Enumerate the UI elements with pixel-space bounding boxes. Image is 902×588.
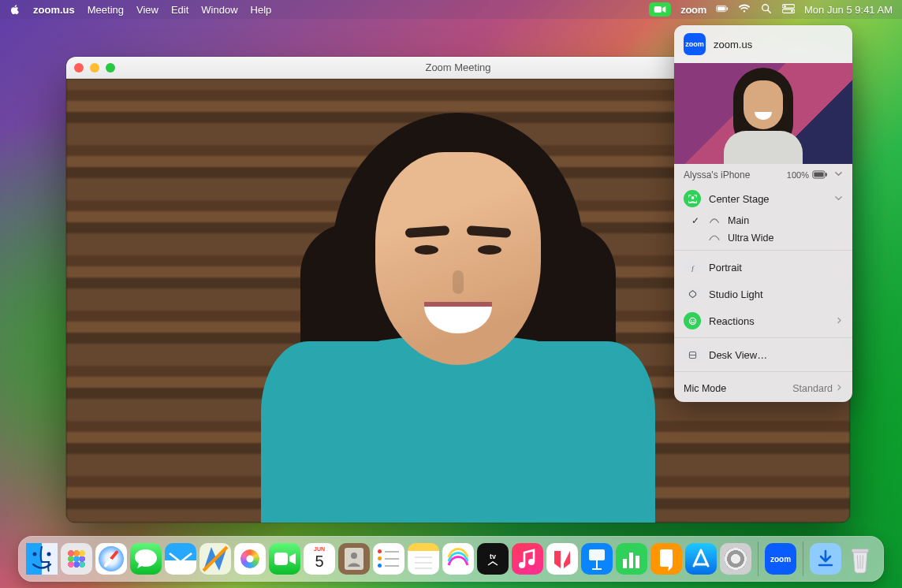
- dock-facetime[interactable]: [269, 543, 300, 575]
- checkmark-icon: ✓: [691, 215, 699, 226]
- apple-menu-icon[interactable]: [9, 4, 20, 15]
- portrait-label: Portrait: [709, 262, 843, 274]
- menu-edit[interactable]: Edit: [171, 4, 188, 16]
- dock-zoom-app[interactable]: zoom: [765, 543, 796, 575]
- window-zoom-button[interactable]: [106, 63, 115, 73]
- mic-mode-value: Standard: [792, 383, 833, 394]
- svg-rect-31: [589, 549, 605, 560]
- svg-rect-11: [814, 172, 823, 177]
- svg-text:tv: tv: [490, 553, 496, 560]
- panel-app-header[interactable]: zoom zoom.us: [674, 25, 852, 63]
- chevron-down-icon: [834, 193, 843, 205]
- menu-help[interactable]: Help: [251, 4, 272, 16]
- dock-separator: [758, 541, 758, 576]
- dock-mail[interactable]: [165, 543, 196, 575]
- dock-music[interactable]: [512, 543, 543, 575]
- dock-separator: [803, 541, 803, 576]
- camera-preview-thumbnail: [674, 63, 852, 164]
- dock-calendar[interactable]: JUN5: [304, 543, 335, 575]
- lens-icon: [709, 234, 720, 242]
- camera-active-indicator[interactable]: [649, 2, 671, 17]
- svg-point-17: [693, 319, 694, 320]
- lens-main-label: Main: [728, 215, 749, 226]
- window-minimize-button[interactable]: [90, 63, 99, 73]
- svg-rect-2: [718, 6, 725, 10]
- app-menu[interactable]: zoom.us: [33, 4, 75, 16]
- mic-mode-label: Mic Mode: [684, 383, 726, 394]
- lens-option-main[interactable]: ✓ Main: [674, 212, 852, 229]
- mic-mode-row[interactable]: Mic Mode Standard: [674, 375, 852, 402]
- dock-tv[interactable]: tv: [477, 543, 509, 575]
- dock-appstore[interactable]: [685, 543, 717, 575]
- window-title: Zoom Meeting: [425, 61, 490, 73]
- svg-rect-0: [654, 6, 662, 13]
- menu-view[interactable]: View: [136, 4, 158, 16]
- dock-finder[interactable]: [26, 543, 58, 575]
- participant-main-video: [237, 81, 679, 523]
- svg-point-30: [528, 559, 535, 565]
- svg-rect-3: [727, 7, 729, 10]
- desk-view-button[interactable]: Desk View…: [674, 341, 852, 368]
- chevron-down-icon[interactable]: [834, 169, 843, 180]
- lens-ultrawide-label: Ultra Wide: [728, 233, 773, 244]
- dock-numbers[interactable]: [616, 543, 647, 575]
- dock-system-settings[interactable]: [720, 543, 751, 575]
- svg-rect-35: [629, 553, 633, 568]
- reactions-icon: [684, 312, 701, 329]
- svg-point-9: [791, 9, 793, 12]
- battery-icon[interactable]: [716, 3, 729, 17]
- window-close-button[interactable]: [74, 63, 84, 73]
- studio-light-icon: [684, 285, 701, 303]
- reactions-toggle[interactable]: Reactions: [674, 307, 852, 334]
- menubar-clock[interactable]: Mon Jun 5 9:41 AM: [804, 4, 893, 16]
- dock-freeform[interactable]: [442, 543, 474, 575]
- svg-point-16: [691, 319, 691, 320]
- device-name-label: Alyssa's iPhone: [684, 169, 781, 180]
- center-stage-toggle[interactable]: Center Stage: [674, 185, 852, 212]
- svg-rect-36: [636, 556, 639, 568]
- studio-light-label: Studio Light: [709, 288, 843, 300]
- reactions-label: Reactions: [709, 315, 828, 327]
- center-stage-icon: [684, 190, 701, 207]
- svg-point-21: [47, 553, 51, 556]
- menubar-zoom-label[interactable]: zoom: [680, 4, 706, 16]
- svg-point-15: [689, 318, 695, 324]
- desk-view-label: Desk View…: [709, 349, 843, 361]
- dock-news[interactable]: [546, 543, 578, 575]
- dock-safari[interactable]: [95, 543, 127, 575]
- svg-text:f: f: [691, 263, 695, 271]
- svg-point-20: [33, 553, 37, 556]
- control-center-icon[interactable]: [782, 3, 795, 17]
- portrait-toggle[interactable]: f Portrait: [674, 254, 852, 281]
- svg-rect-22: [274, 553, 288, 565]
- menu-window[interactable]: Window: [201, 4, 237, 16]
- video-effects-panel: zoom zoom.us Alyssa's iPhone 100% Center…: [674, 25, 852, 402]
- dock-maps[interactable]: [199, 543, 231, 575]
- dock-downloads[interactable]: [810, 543, 841, 575]
- svg-rect-39: [852, 549, 869, 553]
- panel-app-name: zoom.us: [714, 39, 752, 50]
- device-battery-status: 100%: [787, 170, 828, 180]
- dock-trash[interactable]: [844, 543, 876, 575]
- chevron-right-icon: [836, 315, 843, 327]
- chevron-right-icon: [836, 383, 843, 394]
- studio-light-toggle[interactable]: Studio Light: [674, 281, 852, 307]
- dock-pages[interactable]: [650, 543, 682, 575]
- dock-contacts[interactable]: [338, 543, 370, 575]
- zoom-app-icon: zoom: [684, 33, 706, 55]
- dock-messages[interactable]: [130, 543, 162, 575]
- dock-keynote[interactable]: [581, 543, 613, 575]
- dock-notes[interactable]: [408, 543, 439, 575]
- dock: JUN5 tv zoom: [18, 536, 884, 582]
- dock-launchpad[interactable]: [61, 543, 92, 575]
- portrait-icon: f: [684, 259, 701, 276]
- wifi-icon[interactable]: [738, 3, 751, 17]
- dock-photos[interactable]: [234, 543, 266, 575]
- spotlight-icon[interactable]: [760, 3, 773, 17]
- menubar: zoom.us Meeting View Edit Window Help zo…: [0, 0, 902, 19]
- desk-view-icon: [684, 346, 701, 363]
- svg-point-24: [351, 553, 357, 559]
- menu-meeting[interactable]: Meeting: [88, 4, 124, 16]
- dock-reminders[interactable]: [373, 543, 404, 575]
- lens-option-ultra-wide[interactable]: Ultra Wide: [674, 229, 852, 247]
